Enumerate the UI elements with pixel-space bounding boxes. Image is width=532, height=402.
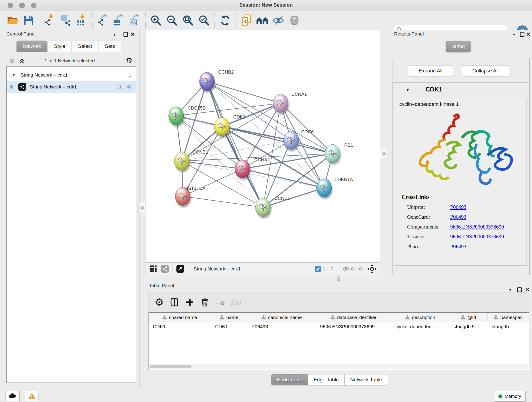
import-network-database-button[interactable]	[59, 13, 72, 27]
panel-float-button[interactable]	[519, 32, 525, 37]
panel-menu-button[interactable]: ▼	[112, 32, 117, 37]
panel-float-button[interactable]	[123, 32, 128, 37]
table-cell[interactable]: P06493	[247, 324, 316, 329]
network-collection-row[interactable]: ▼ String Network – cdk1 1	[7, 69, 136, 81]
horizontal-splitter-grip[interactable]	[337, 276, 340, 281]
grid-view-icon[interactable]	[149, 265, 157, 273]
save-session-button[interactable]	[22, 13, 35, 27]
zoom-selected-button[interactable]	[197, 13, 211, 27]
open-in-new-window-icon[interactable]	[176, 264, 185, 273]
network-status-dot-icon	[10, 85, 13, 89]
panel-close-button[interactable]: ✕	[526, 32, 531, 37]
right-splitter-grip[interactable]	[380, 149, 387, 158]
fit-content-button[interactable]	[181, 13, 195, 27]
export-table-button[interactable]	[112, 13, 126, 27]
tab-string[interactable]: String	[446, 41, 471, 52]
column-header-label: shared name	[169, 315, 197, 320]
node-label: CCNB1	[193, 149, 208, 154]
zoom-out-button[interactable]	[165, 13, 179, 27]
expand-collapse-box: Expand All Collapse All	[392, 59, 528, 81]
refresh-button[interactable]	[219, 13, 232, 27]
crosslink-link[interactable]: 9606.ENSP00000378699	[450, 234, 504, 240]
node-label: CCNA2	[254, 157, 270, 162]
tab-network-table[interactable]: Network Table	[345, 374, 388, 385]
houses-button[interactable]	[256, 13, 269, 27]
function-builder-button[interactable]: f(x)	[231, 298, 241, 306]
table-cell[interactable]: 9606.ENSP00000378699	[316, 324, 391, 329]
export-image-button[interactable]	[128, 13, 142, 27]
column-header-shared-name[interactable]: shared name	[149, 313, 211, 322]
panel-close-button[interactable]: ✕	[525, 287, 530, 293]
scrollbar-thumb[interactable]	[150, 365, 191, 368]
crosslink-row: Compartments: 9606.ENSP00000378699	[402, 224, 521, 230]
show-graphics-button[interactable]	[288, 13, 301, 27]
expand-all-button[interactable]: Expand All	[408, 65, 453, 76]
clone-network-button[interactable]	[240, 13, 253, 27]
network-edge-count: 48	[127, 84, 132, 89]
tab-style[interactable]: Style	[48, 41, 71, 52]
table-cell[interactable]: CDK1	[211, 324, 247, 329]
zoom-in-button[interactable]	[149, 13, 163, 27]
table-cell[interactable]: stringdb	[488, 324, 529, 329]
plus-icon	[185, 298, 194, 307]
export-network-button[interactable]	[96, 13, 109, 27]
horizontal-scrollbar[interactable]	[149, 364, 528, 369]
string-network-graph[interactable]: CCNB2CCNA1CDC25BCDK1CDC6RB1CCNB1CCNA2CDK…	[146, 30, 380, 262]
crosslink-link[interactable]: P06493	[450, 214, 466, 220]
network-list-subheader: 1 of 1 Network selected ⚙	[3, 57, 136, 65]
panel-menu-button[interactable]: ▼	[511, 32, 517, 37]
table-cell[interactable]: stringdb:9...	[449, 324, 488, 329]
column-header--id[interactable]: @id	[449, 313, 488, 322]
crosslink-link[interactable]: P06493	[450, 204, 466, 210]
left-splitter-grip[interactable]	[138, 203, 146, 212]
panel-float-button[interactable]	[517, 287, 522, 293]
gene-section-header[interactable]: ▼ CDK1	[393, 83, 528, 98]
import-network-file-button[interactable]	[43, 13, 56, 27]
delete-table-button[interactable]	[215, 298, 225, 306]
tab-sets[interactable]: Sets	[99, 41, 121, 52]
table-settings-gear-icon[interactable]: ⚙	[155, 298, 164, 307]
import-table-file-button[interactable]	[75, 13, 89, 27]
zoom-out-icon	[166, 14, 178, 27]
table-cell[interactable]: cyclin–dependent ...	[391, 324, 450, 329]
birdseye-navigator-icon[interactable]	[367, 264, 377, 274]
gene-description: cyclin–dependent kinase 1	[399, 101, 459, 107]
open-folder-icon	[6, 14, 19, 27]
tab-edge-table[interactable]: Edge Table	[308, 374, 345, 385]
column-header-canonical-name[interactable]: canonical name	[247, 313, 316, 322]
crosslink-link[interactable]: 9606.ENSP00000378699	[450, 224, 504, 230]
panel-menu-button[interactable]: ▼	[507, 287, 513, 293]
open-session-button[interactable]	[6, 13, 19, 27]
column-header-database-identifier[interactable]: database identifier	[316, 313, 391, 322]
show-columns-button[interactable]	[170, 298, 179, 307]
tab-node-table[interactable]: Node Table	[271, 374, 308, 385]
column-header-name[interactable]: name	[211, 313, 247, 322]
network-share-view-icon[interactable]	[161, 264, 169, 273]
cloud-status-button[interactable]	[6, 391, 20, 401]
column-header-namespac[interactable]: namespac	[488, 313, 529, 322]
tab-network[interactable]: Network	[17, 41, 47, 52]
collection-expand-caret-icon[interactable]: ▼	[12, 73, 16, 77]
toolbar-separator	[39, 13, 39, 27]
network-options-gear-icon[interactable]: ⚙	[126, 56, 133, 64]
crosslink-link[interactable]: P06493	[450, 244, 466, 249]
network-view-canvas[interactable]: CCNB2CCNA1CDC25BCDK1CDC6RB1CCNB1CCNA2CDK…	[145, 30, 380, 262]
hide-graphics-button[interactable]	[272, 13, 285, 27]
memory-button[interactable]: Memory	[494, 391, 526, 402]
tab-select[interactable]: Select	[72, 41, 98, 52]
network-item-row[interactable]: String Network – cdk1 11 48	[7, 81, 136, 93]
node-label: CDC25B	[188, 105, 206, 110]
control-panel-header: Control Panel ▼ ✕	[0, 30, 139, 38]
column-header-description[interactable]: description	[391, 313, 450, 322]
table-type-tabs: Node Table Edge Table Network Table	[271, 374, 388, 385]
warnings-button[interactable]	[25, 391, 39, 401]
delete-table-icon	[215, 298, 225, 306]
section-collapse-caret-icon[interactable]: ▼	[406, 88, 410, 92]
panel-close-button[interactable]: ✕	[130, 32, 135, 37]
table-row[interactable]: CDK1CDK1P064939606.ENSP00000378699cyclin…	[149, 322, 529, 331]
delete-column-button[interactable]	[200, 298, 209, 307]
table-cell[interactable]: CDK1	[149, 324, 211, 329]
collapse-all-button[interactable]: Collapse All	[461, 65, 510, 76]
float-icon	[123, 32, 128, 37]
add-column-button[interactable]	[185, 298, 194, 307]
